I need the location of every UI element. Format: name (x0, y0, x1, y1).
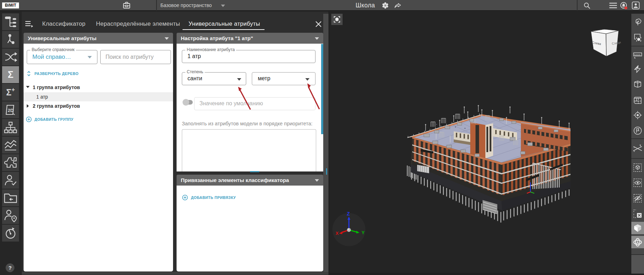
svg-text:2D: 2D (8, 108, 14, 113)
svg-text:2: 2 (640, 144, 641, 146)
svg-text:X: X (336, 231, 339, 236)
svg-text:Z: Z (347, 211, 350, 217)
svg-text:Y: Y (362, 230, 365, 235)
